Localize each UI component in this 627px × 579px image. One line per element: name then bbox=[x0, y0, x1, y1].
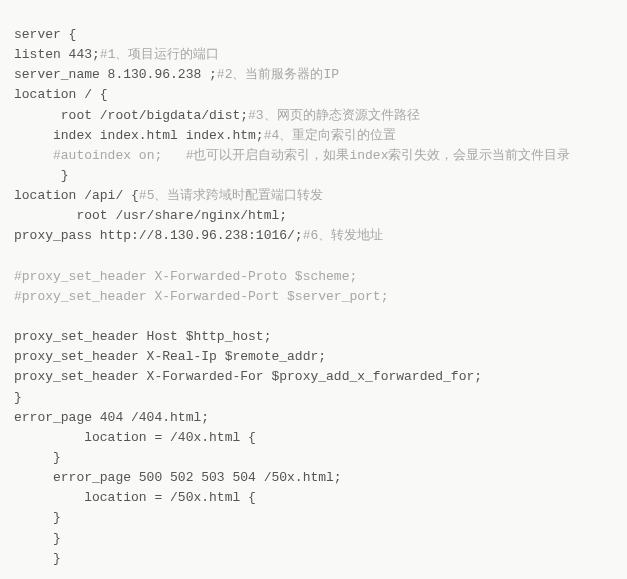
code-comment: #5、当请求跨域时配置端口转发 bbox=[139, 188, 324, 203]
code-comment: #3、网页的静态资源文件路径 bbox=[248, 108, 420, 123]
code-token: location = /40x.html { bbox=[14, 430, 256, 445]
code-line: } bbox=[14, 549, 613, 569]
code-line: server_name 8.130.96.238 ;#2、当前服务器的IP bbox=[14, 65, 613, 85]
code-token: location /api/ { bbox=[14, 188, 139, 203]
code-token: } bbox=[14, 168, 69, 183]
nginx-config-code: server {listen 443;#1、项目运行的端口server_name… bbox=[0, 13, 627, 579]
code-token bbox=[14, 148, 53, 163]
code-token: location = /50x.html { bbox=[14, 490, 256, 505]
code-line: #autoindex on; #也可以开启自动索引，如果index索引失效，会显… bbox=[14, 146, 613, 166]
code-token: server_name 8.130.96.238 ; bbox=[14, 67, 217, 82]
code-token: listen 443; bbox=[14, 47, 100, 62]
code-line: server { bbox=[14, 25, 613, 45]
code-token: location / { bbox=[14, 87, 108, 102]
code-token: root /usr/share/nginx/html; bbox=[14, 208, 287, 223]
code-token: } bbox=[14, 551, 61, 566]
code-line: location = /40x.html { bbox=[14, 428, 613, 448]
code-line: error_page 500 502 503 504 /50x.html; bbox=[14, 468, 613, 488]
code-line: index index.html index.htm;#4、重定向索引的位置 bbox=[14, 126, 613, 146]
code-comment: #proxy_set_header X-Forwarded-Proto $sch… bbox=[14, 269, 357, 284]
code-line: proxy_set_header Host $http_host; bbox=[14, 327, 613, 347]
code-comment: #proxy_set_header X-Forwarded-Port $serv… bbox=[14, 289, 388, 304]
code-token: index index.html index.htm; bbox=[14, 128, 264, 143]
code-line: } bbox=[14, 529, 613, 549]
code-line: proxy_set_header X-Real-Ip $remote_addr; bbox=[14, 347, 613, 367]
code-comment: #autoindex on; #也可以开启自动索引，如果index索引失效，会显… bbox=[53, 148, 570, 163]
code-line: error_page 404 /404.html; bbox=[14, 408, 613, 428]
code-comment: #2、当前服务器的IP bbox=[217, 67, 339, 82]
code-line: } bbox=[14, 448, 613, 468]
code-token: proxy_set_header Host $http_host; bbox=[14, 329, 271, 344]
code-token: proxy_set_header X-Forwarded-For $proxy_… bbox=[14, 369, 482, 384]
code-token: } bbox=[14, 450, 61, 465]
code-line: } bbox=[14, 388, 613, 408]
code-token: proxy_pass http://8.130.96.238:1016/; bbox=[14, 228, 303, 243]
code-line: root /usr/share/nginx/html; bbox=[14, 206, 613, 226]
code-token: proxy_set_header X-Real-Ip $remote_addr; bbox=[14, 349, 326, 364]
code-line: location = /50x.html { bbox=[14, 488, 613, 508]
code-line bbox=[14, 247, 613, 267]
code-line: proxy_pass http://8.130.96.238:1016/;#6、… bbox=[14, 226, 613, 246]
code-line bbox=[14, 307, 613, 327]
code-line: root /root/bigdata/dist;#3、网页的静态资源文件路径 bbox=[14, 106, 613, 126]
code-comment: #4、重定向索引的位置 bbox=[264, 128, 397, 143]
code-line: } bbox=[14, 508, 613, 528]
code-token: } bbox=[14, 510, 61, 525]
code-token: error_page 404 /404.html; bbox=[14, 410, 209, 425]
code-line: location /api/ {#5、当请求跨域时配置端口转发 bbox=[14, 186, 613, 206]
code-line: } bbox=[14, 166, 613, 186]
code-line: #proxy_set_header X-Forwarded-Port $serv… bbox=[14, 287, 613, 307]
code-token: root /root/bigdata/dist; bbox=[14, 108, 248, 123]
code-token: server { bbox=[14, 27, 76, 42]
code-line: location / { bbox=[14, 85, 613, 105]
code-token: } bbox=[14, 390, 22, 405]
code-token: error_page 500 502 503 504 /50x.html; bbox=[14, 470, 342, 485]
code-token: } bbox=[14, 531, 61, 546]
code-comment: #1、项目运行的端口 bbox=[100, 47, 220, 62]
code-line: listen 443;#1、项目运行的端口 bbox=[14, 45, 613, 65]
code-line: proxy_set_header X-Forwarded-For $proxy_… bbox=[14, 367, 613, 387]
code-line: #proxy_set_header X-Forwarded-Proto $sch… bbox=[14, 267, 613, 287]
code-comment: #6、转发地址 bbox=[303, 228, 384, 243]
